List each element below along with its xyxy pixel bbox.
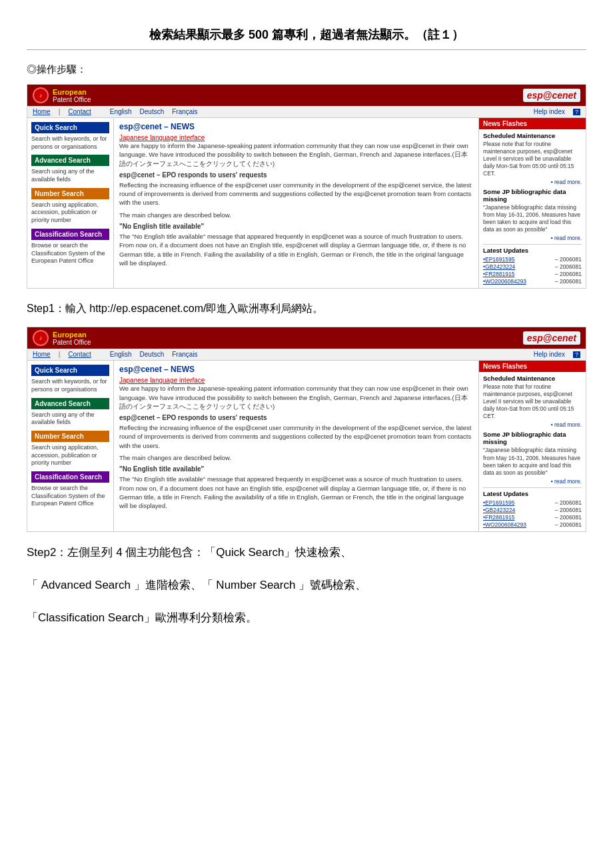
classification-search-btn-2[interactable]: Classification Search (31, 471, 109, 483)
nav-francais[interactable]: Français (172, 108, 197, 115)
classification-search-desc-1: Browse or search the Classification Syst… (31, 242, 109, 265)
epo-org-line2-2: Patent Office (53, 339, 91, 346)
epo-logo-icon-2: ♪ (33, 330, 49, 346)
advanced-search-btn-1[interactable]: Advanced Search (31, 155, 109, 166)
main-para3-1: The main changes are described below. (119, 211, 473, 219)
news-body-2: Scheduled Maintenance Please note that f… (479, 372, 586, 531)
nav-home[interactable]: Home (33, 108, 51, 115)
help-index[interactable]: Help index (534, 108, 565, 115)
update-row-2-2: •GB2423224 – 2006081 (483, 507, 582, 513)
classification-search-btn-1[interactable]: Classification Search (31, 229, 109, 240)
main-para4-2: The "No English title available" message… (119, 475, 473, 510)
number-search-btn-1[interactable]: Number Search (31, 188, 109, 199)
help-q-icon[interactable]: ? (573, 109, 580, 115)
epo-sidebar-1: Quick Search Search with keywords, or fo… (27, 118, 114, 288)
jp-link-1[interactable]: Japanese language interface (119, 134, 205, 141)
nav-english-2[interactable]: English (110, 351, 132, 358)
epo-title-block-2: European Patent Office (53, 331, 91, 346)
news-s1-title-2: Scheduled Maintenance (483, 375, 582, 382)
news-header-2: News Flashes (479, 361, 586, 372)
quick-search-btn-1[interactable]: Quick Search (31, 122, 109, 133)
quick-search-desc-2: Search with keywords, or for persons or … (31, 378, 109, 393)
update-row-3-1: •FR2881915 – 2006081 (483, 271, 582, 277)
main-title-2: esp@cenet – NEWS (119, 365, 473, 374)
epo-title-block: European Patent Office (53, 88, 91, 103)
read-more-1-1[interactable]: ▪ read more. (483, 179, 582, 185)
epo-main-1: esp@cenet – NEWS Japanese language inter… (114, 118, 479, 288)
main-para3-2: The main changes are described below. (119, 453, 473, 462)
main-subtitle3-1: "No English title available" (119, 223, 473, 230)
step1-text: Step1：輸入 http://ep.espacenet.com/即進入歐洲專利… (27, 299, 586, 319)
news-s2-text-2: "Japanese bibliographic data missing fro… (483, 447, 582, 476)
epo-widget-2: ♪ European Patent Office esp@cenet Home … (27, 327, 586, 531)
news-header-1: News Flashes (479, 118, 586, 129)
epo-widget-1: ♪ European Patent Office esp@cenet Home … (27, 84, 586, 289)
step2-line2: 「 Advanced Search 」進階檢索、「 Number Search … (27, 573, 586, 597)
nav-contact[interactable]: Contact (68, 108, 91, 115)
epo-org-line1-2: European (53, 331, 91, 339)
nav-deutsch-2[interactable]: Deutsch (140, 351, 165, 358)
update-row-1-1: •EP1691595 – 2006081 (483, 256, 582, 263)
espacenet-logo: esp@cenet (523, 89, 580, 102)
epo-logo-icon: ♪ (33, 87, 49, 103)
epo-sidebar-2: Quick Search Search with keywords, or fo… (27, 361, 114, 531)
update-row-2-1: •GB2423224 – 2006081 (483, 263, 582, 270)
epo-org-line2: Patent Office (53, 96, 91, 103)
advanced-search-desc-1: Search using any of the available fields (31, 168, 109, 183)
nav-english[interactable]: English (110, 108, 132, 115)
quick-search-btn-2[interactable]: Quick Search (31, 365, 109, 376)
help-index-2[interactable]: Help index (534, 351, 565, 358)
epo-nav-1: Home | Contact English Deutsch Français … (27, 106, 586, 118)
read-more-1-2[interactable]: ▪ read more. (483, 421, 582, 428)
epo-nav-2: Home | Contact English Deutsch Français … (27, 349, 586, 361)
latest-updates-title-2: Latest Updates (483, 487, 582, 497)
nav-contact-2[interactable]: Contact (68, 351, 91, 358)
number-search-desc-2: Search using application, accession, pub… (31, 444, 109, 467)
quick-search-desc-1: Search with keywords, or for persons or … (31, 135, 109, 151)
main-subtitle3-2: "No English title available" (119, 465, 473, 473)
update-row-4-1: •WO2006084293 – 2006081 (483, 278, 582, 285)
news-s2-title-1: Some JP bibliographic data missing (483, 188, 582, 203)
update-row-4-2: •WO2006084293 – 2006081 (483, 521, 582, 528)
step2-line3: 「Classification Search」歐洲專利分類檢索。 (27, 605, 586, 630)
news-s1-text-2: Please note that for routine maintenance… (483, 383, 582, 420)
espacenet-logo-2: esp@cenet (523, 331, 580, 345)
jp-link-2[interactable]: Japanese language interface (119, 377, 205, 384)
help-q-icon-2[interactable]: ? (573, 351, 580, 358)
advanced-search-btn-2[interactable]: Advanced Search (31, 398, 109, 409)
classification-search-desc-2: Browse or search the Classification Syst… (31, 485, 109, 508)
news-s2-text-1: "Japanese bibliographic data missing fro… (483, 204, 582, 233)
epo-main-2: esp@cenet – NEWS Japanese language inter… (114, 361, 479, 531)
main-para2-1: Reflecting the increasing influence of t… (119, 181, 473, 207)
title-divider (27, 49, 586, 50)
epo-header-1: ♪ European Patent Office esp@cenet (27, 85, 586, 106)
nav-home-2[interactable]: Home (33, 351, 51, 358)
main-para2-2: Reflecting the increasing influence of t… (119, 423, 473, 450)
main-title-1: esp@cenet – NEWS (119, 122, 473, 131)
latest-updates-title-1: Latest Updates (483, 244, 582, 254)
news-s2-title-2: Some JP bibliographic data missing (483, 431, 582, 445)
main-subtitle2-2: esp@cenet – EPO responds to users' reque… (119, 414, 473, 421)
epo-header-2: ♪ European Patent Office esp@cenet (27, 327, 586, 349)
update-row-3-2: •FR2881915 – 2006081 (483, 514, 582, 521)
number-search-btn-2[interactable]: Number Search (31, 431, 109, 442)
section-label: ◎操作步驟： (27, 63, 586, 76)
read-more-2-2[interactable]: ▪ read more. (483, 478, 582, 485)
news-s1-title-1: Scheduled Maintenance (483, 132, 582, 139)
step2-line1: Step2：左側呈列 4 個主功能包含：「Quick Search」快速檢索、 (27, 540, 586, 565)
epo-org-line1: European (53, 88, 91, 96)
main-para1-1: We are happy to inform the Japanese-spea… (119, 141, 473, 168)
advanced-search-desc-2: Search using any of the available fields (31, 411, 109, 427)
epo-body-2: Quick Search Search with keywords, or fo… (27, 361, 586, 531)
read-more-2-1[interactable]: ▪ read more. (483, 235, 582, 241)
number-search-desc-1: Search using application, accession, pub… (31, 201, 109, 225)
update-row-1-2: •EP1691595 – 2006081 (483, 499, 582, 506)
news-body-1: Scheduled Maintenance Please note that f… (479, 129, 586, 288)
epo-body-1: Quick Search Search with keywords, or fo… (27, 118, 586, 288)
nav-deutsch[interactable]: Deutsch (140, 108, 165, 115)
main-subtitle2-1: esp@cenet – EPO responds to users' reque… (119, 171, 473, 179)
main-para1-2: We are happy to inform the Japanese-spea… (119, 384, 473, 411)
news-s1-text-1: Please note that for routine maintenance… (483, 141, 582, 177)
nav-francais-2[interactable]: Français (172, 351, 197, 358)
epo-news-1: News Flashes Scheduled Maintenance Pleas… (479, 118, 586, 288)
